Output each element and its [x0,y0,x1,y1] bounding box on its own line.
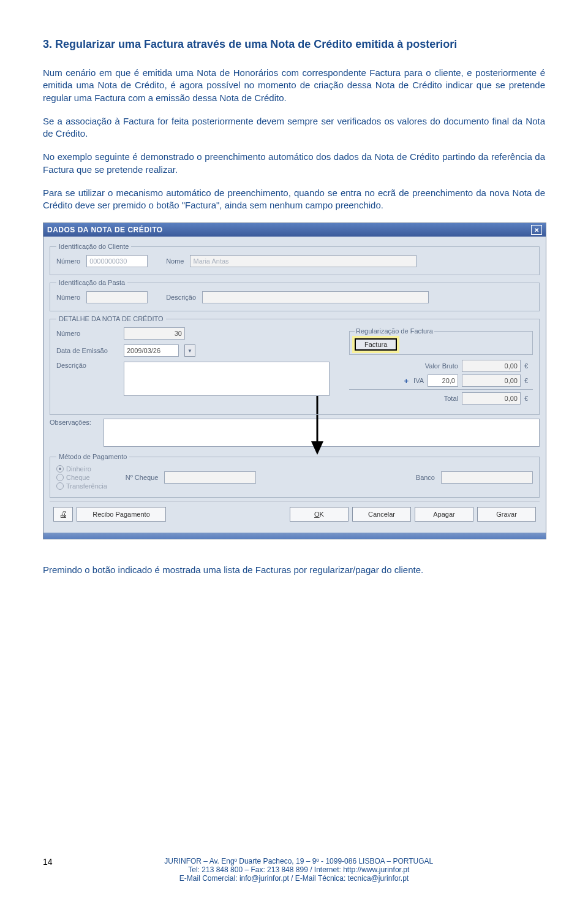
section-heading: 3. Regularizar uma Factura através de um… [43,37,545,52]
obs-textarea[interactable] [104,419,540,447]
footer-line-3: E-Mail Comercial: info@jurinfor.pt / E-M… [179,874,409,883]
folder-fieldset: Identificação da Pasta Número Descrição [50,279,540,311]
folder-desc-value [202,291,429,303]
detail-numero-value: 30 [124,327,185,340]
folder-legend: Identificação da Pasta [56,279,127,286]
banco-value [441,471,533,484]
save-button[interactable]: Gravar [477,507,536,522]
description-label: Descrição [56,362,118,369]
banco-label: Banco [416,474,435,481]
emission-date-input[interactable] [124,344,179,357]
iva-label: IVA [413,377,424,384]
ok-button[interactable]: OK [290,507,349,522]
client-fieldset: Identificação do Cliente Número Nome Mar… [50,243,540,275]
regularization-legend: Regularização de Factura [355,327,434,335]
plus-icon: + [404,376,409,386]
paragraph-2: Se a associação à Factura for feita post… [43,115,545,140]
iva-value: 0,00 [462,374,521,387]
cancel-button[interactable]: Cancelar [352,507,411,522]
payment-fieldset: Método de Pagamento Dinheiro Cheque [50,453,540,498]
valor-bruto-value: 0,00 [462,360,521,372]
obs-label: Observações: [50,419,97,426]
detail-numero-label: Número [56,330,118,337]
paragraph-4: Para se utilizar o mecanismo automático … [43,187,545,212]
radio-dinheiro[interactable]: Dinheiro [56,465,107,473]
radio-cheque[interactable]: Cheque [56,474,107,481]
close-icon[interactable]: ✕ [531,225,542,235]
paragraph-5: Premindo o botão indicado é mostrada uma… [43,564,545,576]
paragraph-3: No exemplo seguinte é demonstrado o pree… [43,151,545,176]
client-nome-value: Maria Antas [190,255,417,267]
date-dropdown-icon[interactable]: ▼ [184,344,195,357]
radio-transfer[interactable]: Transferência [56,482,107,490]
radio-icon [56,465,64,473]
ncheque-value [164,471,256,484]
delete-button[interactable]: Apagar [415,507,473,522]
folder-numero-label: Número [56,294,80,301]
dialog-title-text: DADOS DA NOTA DE CRÉDITO [47,226,163,234]
detail-fieldset: DETALHE DA NOTA DE CRÉDITO Número 30 Dat… [50,315,540,415]
client-numero-input[interactable] [86,255,148,267]
radio-cheque-label: Cheque [66,474,90,481]
footer-line-2: Tel: 213 848 800 – Fax: 213 848 899 / In… [188,865,409,874]
radio-dinheiro-label: Dinheiro [66,465,91,473]
client-nome-label: Nome [166,257,184,265]
emission-date-label: Data de Emissão [56,347,118,354]
iva-rate-input[interactable] [428,374,458,387]
euro-symbol: € [524,362,533,370]
print-icon[interactable]: 🖨 [53,507,73,522]
page-number: 14 [43,857,53,867]
total-value: 0,00 [462,392,521,405]
factura-button[interactable]: Factura [355,338,397,351]
client-numero-label: Número [56,257,80,265]
recibo-button[interactable]: Recibo Pagamento [77,507,166,522]
dialog-action-bar: 🖨 Recibo Pagamento OK Cancelar Apagar Gr… [50,501,540,527]
valor-bruto-label: Valor Bruto [409,362,458,370]
regularization-fieldset: Regularização de Factura Factura [349,327,533,355]
credit-note-dialog: DADOS DA NOTA DE CRÉDITO ✕ Identificação… [43,222,546,539]
page-footer: 14 JURINFOR – Av. Engº Duarte Pacheco, 1… [43,857,545,883]
footer-line-1: JURINFOR – Av. Engº Duarte Pacheco, 19 –… [164,857,433,865]
total-label: Total [409,395,458,402]
euro-symbol: € [524,395,533,402]
paragraph-1: Num cenário em que é emitida uma Nota de… [43,67,545,104]
payment-legend: Método de Pagamento [56,453,129,460]
detail-legend: DETALHE DA NOTA DE CRÉDITO [56,315,166,322]
folder-numero-value [86,291,148,303]
euro-symbol: € [524,377,533,384]
client-legend: Identificação do Cliente [56,243,131,250]
radio-icon [56,482,64,490]
ncheque-label: Nº Cheque [126,474,159,481]
radio-icon [56,474,64,481]
folder-desc-label: Descrição [166,294,196,301]
dialog-footer-band [43,533,546,539]
radio-transfer-label: Transferência [66,482,107,490]
description-textarea[interactable] [124,362,330,396]
dialog-titlebar: DADOS DA NOTA DE CRÉDITO ✕ [43,223,546,237]
